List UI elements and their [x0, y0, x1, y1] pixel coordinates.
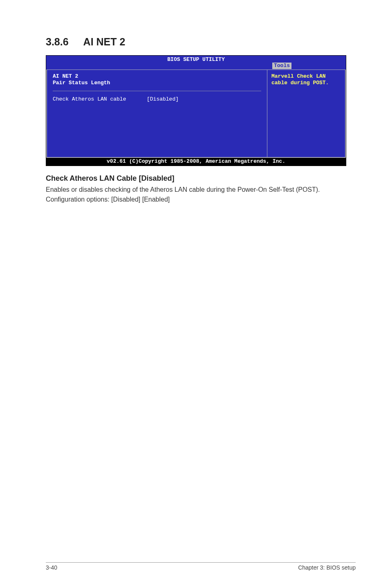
section-number: 3.8.6 [46, 36, 69, 48]
body-paragraph-1: Enables or disables checking of the Athe… [46, 185, 356, 194]
bios-left-pane: AI NET 2 Pair Status Length Check Athero… [46, 70, 267, 158]
section-heading: 3.8.6AI NET 2 [46, 36, 356, 48]
subsection-heading: Check Atheros LAN Cable [Disabled] [46, 174, 356, 183]
section-title: AI NET 2 [83, 36, 126, 47]
bios-divider [53, 91, 261, 91]
bios-help-line1: Marvell Check LAN [271, 73, 341, 80]
bios-option-row[interactable]: Check Atheros LAN cable[Disabled] [53, 96, 261, 103]
chapter-label: Chapter 3: BIOS setup [298, 564, 356, 571]
page-footer: 3-40 Chapter 3: BIOS setup [46, 562, 356, 571]
bios-tab-row: Tools [46, 63, 346, 70]
bios-header-line1: AI NET 2 [53, 73, 261, 80]
bios-help-line2: cable during POST. [271, 80, 341, 86]
bios-copyright: v02.61 (C)Copyright 1985-2008, American … [46, 158, 346, 166]
bios-title-row: BIOS SETUP UTILITY [46, 56, 346, 63]
bios-option-label: Check Atheros LAN cable [53, 96, 147, 103]
bios-help-pane: Marvell Check LAN cable during POST. [267, 70, 346, 158]
bios-header-line2: Pair Status Length [53, 80, 261, 86]
bios-window: BIOS SETUP UTILITY Tools AI NET 2 Pair S… [46, 55, 346, 166]
bios-option-value: [Disabled] [147, 96, 179, 102]
bios-body: AI NET 2 Pair Status Length Check Athero… [46, 70, 346, 158]
body-paragraph-2: Configuration options: [Disabled] [Enabl… [46, 195, 356, 204]
bios-title: BIOS SETUP UTILITY [167, 56, 224, 63]
bios-active-tab[interactable]: Tools [272, 63, 291, 69]
page-number: 3-40 [46, 564, 57, 571]
